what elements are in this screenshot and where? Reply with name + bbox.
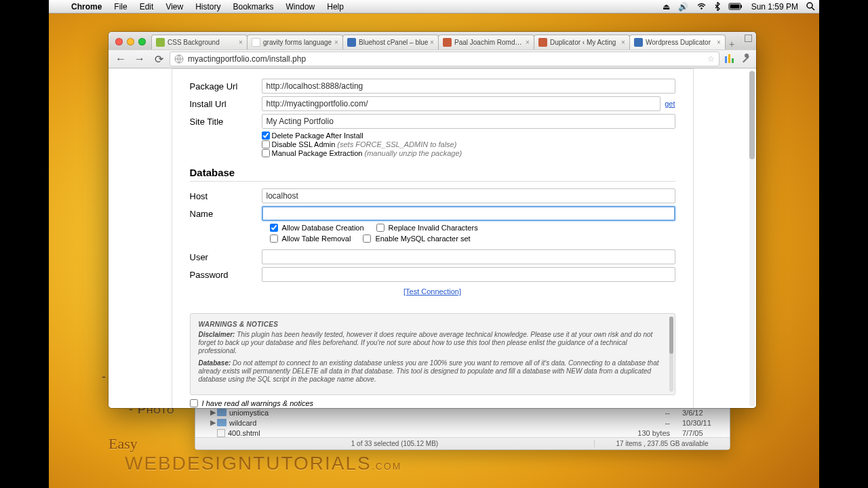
finder-date: 7/7/05 — [670, 429, 724, 437]
close-tab-icon[interactable]: × — [333, 39, 340, 46]
label-site-title: Site Title — [190, 117, 262, 127]
tab-label: Duplicator ‹ My Acting — [550, 39, 620, 46]
maximize-icon[interactable] — [745, 35, 752, 42]
package-url-input[interactable] — [262, 79, 675, 94]
tab[interactable]: Duplicator ‹ My Acting× — [534, 35, 630, 49]
close-tab-icon[interactable]: × — [524, 39, 531, 46]
finder-list[interactable]: ▶ uniomystica -- 3/6/12 ▶ wildcard -- 10… — [195, 407, 730, 437]
tab[interactable]: Paal Joachim Romdahl's× — [438, 35, 534, 49]
address-bar[interactable]: myactingportfolio.com/install.php ☆ — [170, 52, 719, 66]
eject-icon[interactable]: ⏏ — [658, 2, 674, 12]
letterbox-left — [0, 0, 49, 488]
label-name: Name — [190, 209, 262, 219]
svg-rect-2 — [741, 5, 742, 8]
finder-name: uniomystica — [229, 409, 623, 417]
password-input[interactable] — [262, 267, 675, 282]
url-text: myactingportfolio.com/install.php — [188, 54, 306, 64]
volume-icon[interactable]: 🔊 — [674, 2, 692, 12]
tab[interactable]: gravity forms language× — [247, 35, 343, 49]
disclosure-triangle-icon[interactable]: ▶ — [210, 408, 217, 417]
app-name[interactable]: Chrome — [65, 2, 108, 12]
menu-bookmarks[interactable]: Bookmarks — [227, 2, 280, 12]
warnings-heading: WARNINGS & NOTICES — [199, 321, 667, 328]
favicon — [538, 38, 547, 47]
browser-toolbar: ← → ⟳ myactingportfolio.com/install.php … — [108, 49, 756, 68]
back-button[interactable]: ← — [113, 52, 129, 66]
get-link[interactable]: get — [665, 100, 675, 108]
svg-rect-7 — [725, 56, 727, 63]
enable-charset-checkbox[interactable]: Enable MySQL character set — [363, 235, 470, 243]
menu-view[interactable]: View — [159, 2, 189, 12]
menu-history[interactable]: History — [189, 2, 226, 12]
finder-size: -- — [623, 409, 670, 417]
allow-create-checkbox[interactable]: Allow Database Creation — [270, 224, 364, 232]
reload-button[interactable]: ⟳ — [151, 52, 167, 66]
tab[interactable]: Bluehost cPanel – blue× — [342, 35, 439, 49]
battery-icon[interactable] — [724, 3, 747, 10]
file-icon — [217, 429, 225, 437]
menu-help[interactable]: Help — [321, 2, 350, 12]
finder-size: -- — [623, 419, 670, 427]
name-input[interactable] — [262, 206, 675, 221]
finder-size: 130 bytes — [623, 429, 670, 437]
svg-rect-9 — [732, 58, 734, 63]
test-connection-link[interactable]: [Test Connection] — [403, 287, 461, 296]
finder-row[interactable]: ▶ uniomystica -- 3/6/12 — [195, 407, 730, 418]
host-input[interactable] — [262, 188, 675, 203]
svg-rect-3 — [730, 5, 739, 9]
page-viewport[interactable]: Package Url Install Url get Site Title D… — [108, 68, 756, 408]
favicon — [634, 38, 643, 47]
extension-icon[interactable] — [722, 52, 736, 66]
clock[interactable]: Sun 1:59 PM — [747, 2, 802, 12]
finder-row[interactable]: ▶ wildcard -- 10/30/11 — [195, 418, 730, 428]
spotlight-icon[interactable] — [802, 2, 819, 11]
ack-checkbox[interactable]: I have read all warnings & notices — [190, 399, 675, 407]
disclosure-triangle-icon[interactable]: ▶ — [210, 418, 217, 427]
close-tab-icon[interactable]: × — [620, 39, 627, 46]
bg-text-easy: Easy — [108, 435, 138, 453]
zoom-window-button[interactable] — [138, 38, 146, 45]
tab-active[interactable]: Wordpress Duplicator× — [629, 35, 726, 49]
replace-chars-checkbox[interactable]: Replace Invalid Characters — [376, 224, 478, 232]
close-window-button[interactable] — [115, 38, 123, 45]
close-tab-icon[interactable]: × — [715, 39, 722, 46]
label-package-url: Package Url — [190, 81, 262, 92]
bg-wdt-com: .COM — [372, 461, 402, 472]
window-controls — [111, 38, 151, 49]
site-title-input[interactable] — [262, 114, 675, 129]
user-input[interactable] — [262, 249, 675, 264]
tab[interactable]: CSS Background× — [151, 35, 248, 49]
forward-button[interactable]: → — [132, 52, 148, 66]
wifi-icon[interactable] — [692, 3, 711, 10]
svg-line-5 — [812, 7, 814, 10]
finder-date: 3/6/12 — [670, 409, 724, 417]
opt-ssl-checkbox[interactable]: Disable SSL Admin (sets FORCE_SSL_ADMIN … — [262, 140, 675, 148]
opt-delete-checkbox[interactable]: Delete Package After Install — [262, 131, 675, 140]
bg-wdt-main: WEBDESIGNTUTORIALS — [125, 453, 372, 474]
bookmark-star-icon[interactable]: ☆ — [707, 54, 715, 64]
tab-label: Wordpress Duplicator — [646, 39, 715, 46]
menu-window[interactable]: Window — [280, 2, 321, 12]
folder-icon — [217, 419, 226, 426]
warnings-scrollbar-thumb[interactable] — [669, 317, 673, 354]
wrench-icon[interactable] — [738, 52, 752, 66]
tab-label: CSS Background — [167, 39, 237, 46]
minimize-window-button[interactable] — [127, 38, 134, 45]
close-tab-icon[interactable]: × — [429, 39, 435, 46]
chrome-window: CSS Background× gravity forms language× … — [108, 32, 756, 408]
finder-window[interactable]: ▶ uniomystica -- 3/6/12 ▶ wildcard -- 10… — [195, 407, 730, 450]
allow-remove-checkbox[interactable]: Allow Table Removal — [270, 235, 351, 243]
opt-manual-checkbox[interactable]: Manual Package Extraction (manually unzi… — [262, 149, 675, 157]
menu-file[interactable]: File — [108, 2, 133, 12]
bluetooth-icon[interactable] — [711, 2, 724, 11]
svg-point-0 — [701, 7, 703, 9]
new-tab-button[interactable]: + — [725, 39, 738, 49]
database-heading: Database — [190, 167, 675, 178]
close-tab-icon[interactable]: × — [237, 39, 244, 46]
favicon — [443, 38, 452, 47]
page-scrollbar[interactable] — [749, 70, 755, 407]
finder-row[interactable]: 400.shtml 130 bytes 7/7/05 — [195, 428, 730, 438]
menu-edit[interactable]: Edit — [134, 2, 160, 12]
install-url-input[interactable] — [262, 96, 661, 111]
tab-strip: CSS Background× gravity forms language× … — [108, 32, 756, 49]
